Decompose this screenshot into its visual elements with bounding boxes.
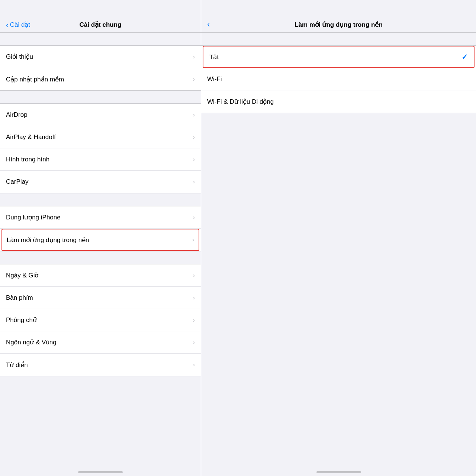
list-item-phong-chu[interactable]: Phông chữ › (0, 309, 201, 331)
list-item-tu-dien[interactable]: Từ điển › (0, 354, 201, 376)
tu-dien-label: Từ điển (6, 361, 193, 369)
left-header: ‹ Cài đặt Cài đặt chung (0, 0, 201, 33)
left-panel: ‹ Cài đặt Cài đặt chung Giới thiệu › Cập… (0, 0, 201, 476)
option-wifi-data-label: Wi-Fi & Dữ liệu Di động (207, 98, 470, 106)
left-panel-title: Cài đặt chung (80, 21, 122, 29)
ngay-gio-chevron-icon: › (193, 272, 195, 279)
carplay-chevron-icon: › (193, 178, 195, 185)
option-wifi-data[interactable]: Wi-Fi & Dữ liệu Di động (201, 90, 476, 113)
right-options-section: Tắt ✓ Wi-Fi Wi-Fi & Dữ liệu Di động (201, 45, 476, 113)
list-item-airdrop[interactable]: AirDrop › (0, 104, 201, 126)
ngon-ngu-chevron-icon: › (193, 339, 195, 346)
airplay-chevron-icon: › (193, 134, 195, 141)
list-item-hinh-trong-hinh[interactable]: Hình trong hình › (0, 148, 201, 171)
carplay-label: CarPlay (6, 178, 193, 186)
airplay-label: AirPlay & Handoff (6, 134, 193, 141)
hinh-trong-hinh-chevron-icon: › (193, 156, 195, 163)
ban-phim-label: Bàn phím (6, 294, 193, 302)
cap-nhat-label: Cập nhật phần mềm (6, 75, 193, 83)
left-home-indicator (78, 471, 123, 473)
left-section-2: AirDrop › AirPlay & Handoff › Hình trong… (0, 103, 201, 193)
lam-moi-label: Làm mới ứng dụng trong nền (7, 236, 192, 244)
list-item-ngay-gio[interactable]: Ngày & Giờ › (0, 264, 201, 287)
tu-dien-chevron-icon: › (193, 361, 195, 368)
left-section-4: Ngày & Giờ › Bàn phím › Phông chữ › Ngôn… (0, 264, 201, 376)
right-bottom-bar (201, 293, 476, 476)
left-back-arrow-icon: ‹ (6, 21, 9, 29)
right-home-indicator (316, 471, 361, 473)
left-bottom-bar (0, 376, 201, 476)
ngon-ngu-label: Ngôn ngữ & Vùng (6, 338, 193, 346)
hinh-trong-hinh-label: Hình trong hình (6, 156, 193, 163)
dung-luong-label: Dung lượng iPhone (6, 213, 193, 221)
left-section-3: Dung lượng iPhone › Làm mới ứng dụng tro… (0, 206, 201, 251)
list-item-airplay[interactable]: AirPlay & Handoff › (0, 126, 201, 148)
list-item-gioi-thieu[interactable]: Giới thiệu › (0, 46, 201, 68)
option-tat-label: Tắt (209, 53, 461, 61)
lam-moi-chevron-icon: › (192, 237, 194, 243)
right-spacer-1 (201, 33, 476, 45)
left-section-1: Giới thiệu › Cập nhật phần mềm › (0, 45, 201, 91)
dung-luong-chevron-icon: › (193, 214, 195, 221)
list-item-dung-luong[interactable]: Dung lượng iPhone › (0, 206, 201, 229)
spacer-4 (0, 251, 201, 264)
right-panel: ‹ Làm mới ứng dụng trong nền Tắt ✓ Wi-Fi… (201, 0, 476, 476)
left-back-label[interactable]: Cài đặt (10, 21, 30, 29)
gioi-thieu-label: Giới thiệu (6, 53, 193, 61)
right-back-section[interactable]: ‹ (207, 20, 210, 29)
phong-chu-chevron-icon: › (193, 317, 195, 324)
right-empty-content (201, 113, 476, 293)
spacer-3 (0, 193, 201, 206)
right-back-arrow-icon: ‹ (207, 20, 210, 29)
right-header: ‹ Làm mới ứng dụng trong nền (201, 0, 476, 33)
right-panel-title: Làm mới ứng dụng trong nền (201, 21, 476, 29)
airdrop-label: AirDrop (6, 111, 193, 119)
spacer-1 (0, 33, 201, 45)
list-item-ban-phim[interactable]: Bàn phím › (0, 287, 201, 309)
list-item-cap-nhat[interactable]: Cập nhật phần mềm › (0, 68, 201, 90)
cap-nhat-chevron-icon: › (193, 76, 195, 83)
airdrop-chevron-icon: › (193, 112, 195, 118)
ngay-gio-label: Ngày & Giờ (6, 271, 193, 279)
list-item-ngon-ngu[interactable]: Ngôn ngữ & Vùng › (0, 331, 201, 354)
option-wifi[interactable]: Wi-Fi (201, 68, 476, 90)
gioi-thieu-chevron-icon: › (193, 54, 195, 60)
spacer-2 (0, 91, 201, 103)
list-item-lam-moi[interactable]: Làm mới ứng dụng trong nền › (1, 229, 199, 251)
ban-phim-chevron-icon: › (193, 295, 195, 301)
list-item-carplay[interactable]: CarPlay › (0, 171, 201, 193)
phong-chu-label: Phông chữ (6, 316, 193, 324)
option-tat-checkmark-icon: ✓ (461, 52, 468, 61)
option-wifi-label: Wi-Fi (207, 75, 470, 83)
option-tat[interactable]: Tắt ✓ (203, 46, 475, 68)
